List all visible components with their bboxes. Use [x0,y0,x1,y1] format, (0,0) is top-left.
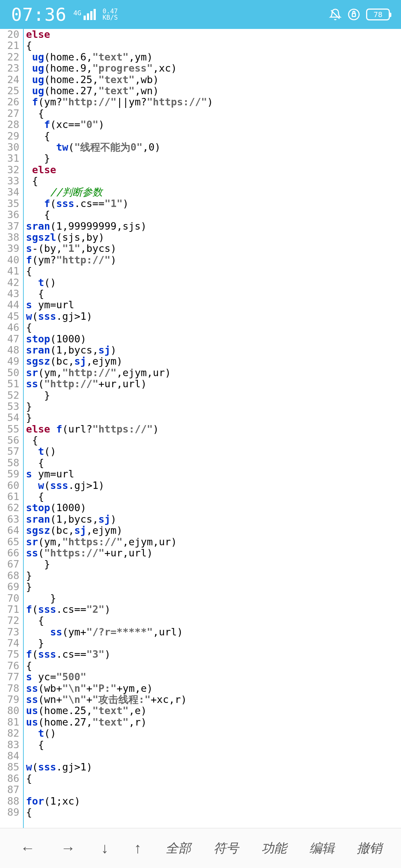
code-line[interactable]: //判断参数 [26,187,401,198]
signal-bars-icon [84,9,96,20]
code-line[interactable]: sran(1,99999999,sjs) [26,221,401,232]
code-line[interactable]: { [26,739,401,750]
code-line[interactable]: ug(home.25,"text",wb) [26,74,401,85]
functions-button[interactable]: 功能 [255,836,293,861]
line-number: 69 [0,581,19,592]
code-line[interactable]: { [26,491,401,502]
code-line[interactable]: else [26,164,401,175]
code-line[interactable]: t() [26,446,401,457]
code-line[interactable]: ss(wb+"\n"+"P:"+ym,e) [26,683,401,694]
line-number: 87 [0,784,19,795]
code-line[interactable]: else f(url?"https://") [26,424,401,435]
arrow-down-button[interactable]: ↓ [93,836,117,860]
code-line[interactable]: f(xc=="0") [26,119,401,130]
arrow-right-button[interactable]: → [52,836,84,860]
code-line[interactable]: ss(ym+"/?r=*****",url) [26,627,401,638]
code-line[interactable]: t() [26,277,401,288]
arrow-up-button[interactable]: ↑ [126,836,150,860]
code-line[interactable]: sr(ym,"http://",ejym,ur) [26,367,401,378]
code-line[interactable]: f(sss.cs=="2") [26,604,401,615]
line-number: 59 [0,468,19,480]
code-line[interactable]: } [26,559,401,570]
code-line[interactable]: } [26,153,401,164]
code-line[interactable]: sgsz(bc,sj,ejym) [26,356,401,367]
code-line[interactable]: stop(1000) [26,333,401,345]
status-right: 78 [329,8,390,21]
code-line[interactable]: } [26,412,401,423]
battery-indicator: 78 [366,9,390,20]
line-number: 83 [0,739,19,750]
code-line[interactable]: { [26,615,401,626]
code-line[interactable]: { [26,660,401,671]
line-number: 54 [0,412,19,423]
code-line[interactable]: { [26,457,401,468]
code-line[interactable]: } [26,581,401,592]
code-line[interactable]: ss("https://"+ur,url) [26,548,401,559]
code-line[interactable]: sgsz(bc,sj,ejym) [26,525,401,536]
line-number: 52 [0,390,19,401]
code-line[interactable]: ss(wn+"\n"+"攻击线程:"+xc,r) [26,694,401,705]
code-line[interactable]: us(home.27,"text",r) [26,717,401,728]
code-line[interactable]: s-(by,"1",bycs) [26,243,401,254]
code-line[interactable]: { [26,131,401,142]
code-line[interactable]: for(1;xc) [26,796,401,807]
code-line[interactable]: s ym=url [26,468,401,480]
code-line[interactable]: ss("http://"+ur,url) [26,378,401,389]
select-all-button[interactable]: 全部 [159,836,198,861]
code-line[interactable]: w(sss.gj>1) [26,480,401,491]
code-line[interactable]: sran(1,bycs,sj) [26,345,401,356]
line-number: 53 [0,401,19,412]
line-number: 24 [0,74,19,85]
code-line[interactable]: s ym=url [26,299,401,310]
line-number: 78 [0,683,19,694]
edit-button[interactable]: 编辑 [303,836,341,861]
code-editor[interactable]: 2021222324252627282930313233343536373839… [0,29,401,828]
code-line[interactable]: } [26,570,401,581]
symbols-button[interactable]: 符号 [207,836,245,861]
code-line[interactable] [26,784,401,795]
code-line[interactable]: } [26,638,401,649]
undo-button[interactable]: 撤销 [350,836,389,861]
code-line[interactable]: { [26,288,401,299]
code-line[interactable]: sr(ym,"https://",ejym,ur) [26,536,401,548]
line-number: 58 [0,457,19,468]
code-line[interactable]: tw("线程不能为0",0) [26,142,401,153]
code-line[interactable]: { [26,209,401,220]
code-line[interactable]: { [26,773,401,784]
code-line[interactable]: { [26,108,401,119]
code-line[interactable]: t() [26,728,401,739]
code-line[interactable]: w(sss.gj>1) [26,762,401,773]
code-line[interactable]: { [26,266,401,277]
code-line[interactable]: stop(1000) [26,502,401,513]
code-line[interactable]: f(sss.cs=="1") [26,198,401,209]
line-number: 45 [0,311,19,322]
line-number: 47 [0,333,19,345]
code-line[interactable]: sgszl(sjs,by) [26,232,401,243]
code-line[interactable]: sran(1,bycs,sj) [26,514,401,525]
code-line[interactable]: } [26,401,401,412]
code-line[interactable]: f(ym?"http://"||ym?"https://") [26,96,401,108]
code-line[interactable]: s yc="500" [26,671,401,683]
code-line[interactable]: { [26,40,401,51]
code-line[interactable]: } [26,390,401,401]
line-number: 48 [0,345,19,356]
network-label: 4G [74,9,82,17]
code-line[interactable] [26,750,401,762]
code-line[interactable]: else [26,29,401,40]
code-line[interactable]: { [26,322,401,333]
status-time: 07:36 [11,4,67,25]
code-line[interactable]: ug(home.6,"text",ym) [26,52,401,63]
code-line[interactable]: us(home.25,"text",e) [26,705,401,716]
code-line[interactable]: } [26,593,401,604]
code-line[interactable]: { [26,175,401,187]
code-line[interactable]: f(ym?"http://") [26,254,401,266]
code-line[interactable]: ug(home.9,"progress",xc) [26,63,401,74]
code-line[interactable]: w(sss.gj>1) [26,311,401,322]
code-line[interactable]: f(sss.cs=="3") [26,649,401,660]
code-line[interactable]: { [26,435,401,446]
line-number: 81 [0,717,19,728]
arrow-left-button[interactable]: ← [12,836,43,860]
code-line[interactable]: { [26,807,401,818]
code-line[interactable]: ug(home.27,"text",wn) [26,85,401,96]
code-area[interactable]: else{ ug(home.6,"text",ym) ug(home.9,"pr… [23,29,401,828]
